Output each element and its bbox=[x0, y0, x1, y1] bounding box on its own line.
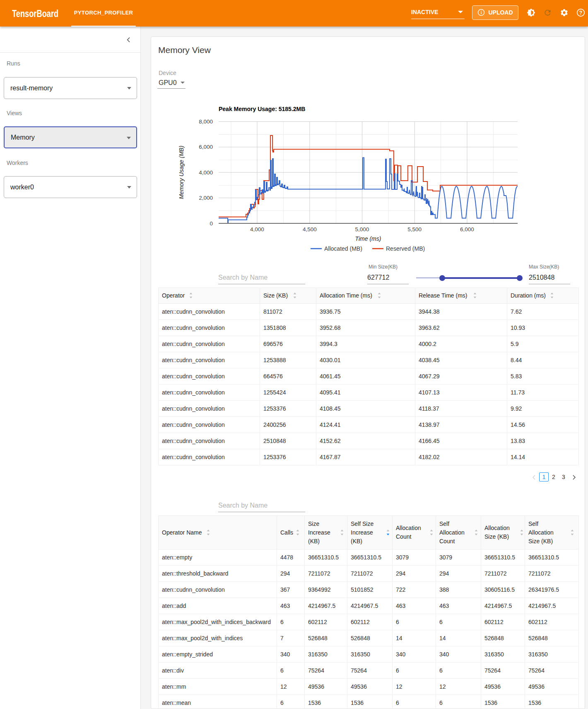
svg-text:Time (ms): Time (ms) bbox=[355, 235, 381, 242]
svg-text:5,000: 5,000 bbox=[355, 226, 369, 232]
svg-text:8,000: 8,000 bbox=[199, 119, 213, 125]
svg-text:0: 0 bbox=[210, 220, 213, 227]
svg-text:Memory Usage (MB): Memory Usage (MB) bbox=[178, 145, 185, 199]
svg-text:4,000: 4,000 bbox=[199, 169, 213, 176]
svg-text:Reserved (MB): Reserved (MB) bbox=[386, 245, 425, 252]
svg-text:4,000: 4,000 bbox=[250, 226, 264, 232]
svg-text:5,500: 5,500 bbox=[407, 226, 422, 232]
svg-text:4,500: 4,500 bbox=[303, 226, 317, 232]
svg-text:?: ? bbox=[579, 10, 582, 16]
svg-text:2,000: 2,000 bbox=[199, 195, 213, 201]
svg-text:Allocated (MB): Allocated (MB) bbox=[324, 245, 362, 252]
svg-text:6,000: 6,000 bbox=[460, 226, 474, 232]
svg-text:6,000: 6,000 bbox=[199, 144, 213, 150]
svg-text:Peak Memory Usage: 5185.2MB: Peak Memory Usage: 5185.2MB bbox=[219, 106, 305, 112]
